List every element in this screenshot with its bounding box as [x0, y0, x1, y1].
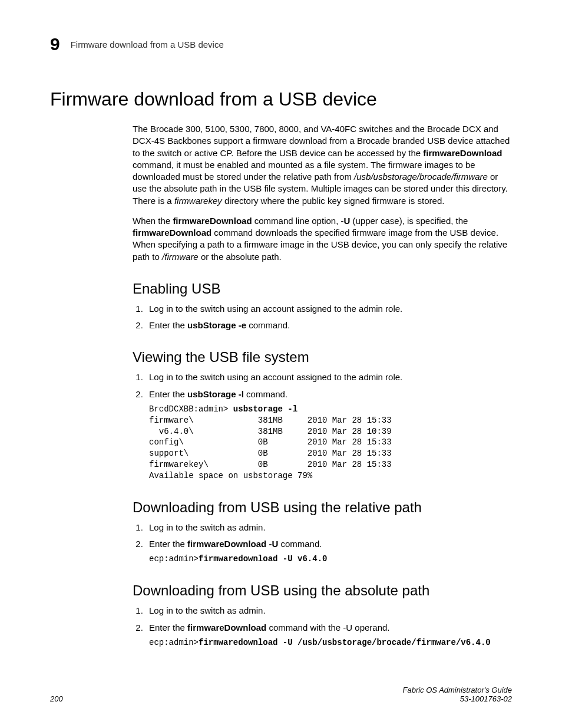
cmd: firmwaredownload -U v6.4.0 [199, 554, 327, 564]
cmd: firmwareDownload -U [187, 539, 278, 549]
cmd: firmwareDownload [423, 148, 502, 158]
text: command. [246, 320, 290, 330]
step: Enter the usbStorage -l command. BrcdDCX… [146, 388, 512, 482]
text: Enter the [149, 389, 187, 399]
opt: -U [340, 216, 350, 226]
cmd: firmwareDownload [187, 622, 266, 633]
prompt: BrcdDCXBB:admin> [149, 404, 233, 414]
steps-viewing-usb: Log in to the switch using an account as… [133, 371, 512, 482]
code-block: ecp:admin>firmwaredownload -U /usb/usbst… [149, 637, 512, 648]
cmd: firmwaredownload -U /usb/usbstorage/broc… [199, 638, 491, 647]
step: Log in to the switch as admin. [146, 522, 512, 533]
steps-enabling-usb: Log in to the switch using an account as… [133, 303, 512, 332]
cmd: firmwareDownload [133, 228, 211, 238]
intro-paragraph-2: When the firmwareDownload command line o… [133, 215, 512, 263]
page: 9 Firmware download from a USB device Fi… [0, 0, 562, 728]
section-heading-viewing-usb: Viewing the USB file system [133, 349, 512, 365]
path: /usb/usbstorage/brocade/firmware [354, 172, 488, 182]
chapter-number: 9 [50, 34, 60, 54]
text: or the absolute path. [199, 252, 282, 262]
cmd: usbstorage -l [233, 404, 297, 414]
text: Log in to the switch as admin. [149, 522, 266, 532]
text: command. [244, 389, 287, 399]
text: directory where the public key signed fi… [222, 196, 445, 206]
text: command line option, [252, 216, 341, 226]
step: Log in to the switch as admin. [146, 605, 512, 617]
text: Log in to the switch as admin. [149, 605, 266, 615]
prompt: ecp:admin> [149, 554, 199, 564]
page-footer: 200 Fabric OS Administrator's Guide 53-1… [50, 686, 512, 703]
body-column: The Brocade 300, 5100, 5300, 7800, 8000,… [133, 123, 512, 648]
text: When the [133, 216, 173, 226]
path: /firmware [162, 252, 199, 262]
cmd: usbStorage -l [187, 389, 244, 399]
code-block: BrcdDCXBB:admin> usbstorage -l firmware\… [149, 404, 512, 482]
intro-paragraph-1: The Brocade 300, 5100, 5300, 7800, 8000,… [133, 123, 512, 207]
text: (upper case), is specified, the [350, 216, 468, 226]
doc-number: 53-1001763-02 [460, 694, 512, 703]
text: Enter the [149, 622, 187, 633]
text: command with the -U operand. [266, 622, 389, 633]
text: Log in to the switch using an account as… [149, 372, 402, 382]
step: Enter the firmwareDownload command with … [146, 622, 512, 648]
cmd: usbStorage -e [187, 320, 246, 330]
step: Log in to the switch using an account as… [146, 303, 512, 315]
prompt: ecp:admin> [149, 638, 199, 647]
text: command. [278, 539, 322, 549]
running-header: 9 Firmware download from a USB device [50, 34, 512, 54]
dir: firmwarekey [174, 196, 222, 206]
page-title: Firmware download from a USB device [50, 88, 512, 110]
section-heading-absolute-path: Downloading from USB using the absolute … [133, 582, 512, 599]
section-heading-relative-path: Downloading from USB using the relative … [133, 499, 512, 516]
section-heading-enabling-usb: Enabling USB [133, 281, 512, 297]
page-number: 200 [50, 694, 63, 703]
steps-relative-path: Log in to the switch as admin. Enter the… [133, 522, 512, 565]
steps-absolute-path: Log in to the switch as admin. Enter the… [133, 605, 512, 648]
output: firmware\ 381MB 2010 Mar 28 15:33 v6.4.0… [149, 416, 392, 480]
text: Enter the [149, 539, 187, 549]
chapter-title: Firmware download from a USB device [71, 39, 224, 50]
code-block: ecp:admin>firmwaredownload -U v6.4.0 [149, 554, 512, 565]
book-title: Fabric OS Administrator's Guide [402, 686, 512, 694]
cmd: firmwareDownload [173, 216, 252, 226]
text: Enter the [149, 320, 187, 330]
step: Enter the usbStorage -e command. [146, 319, 512, 331]
text: Log in to the switch using an account as… [149, 304, 402, 314]
step: Enter the firmwareDownload -U command. e… [146, 538, 512, 565]
footer-right: Fabric OS Administrator's Guide 53-10017… [402, 686, 512, 703]
step: Log in to the switch using an account as… [146, 371, 512, 383]
